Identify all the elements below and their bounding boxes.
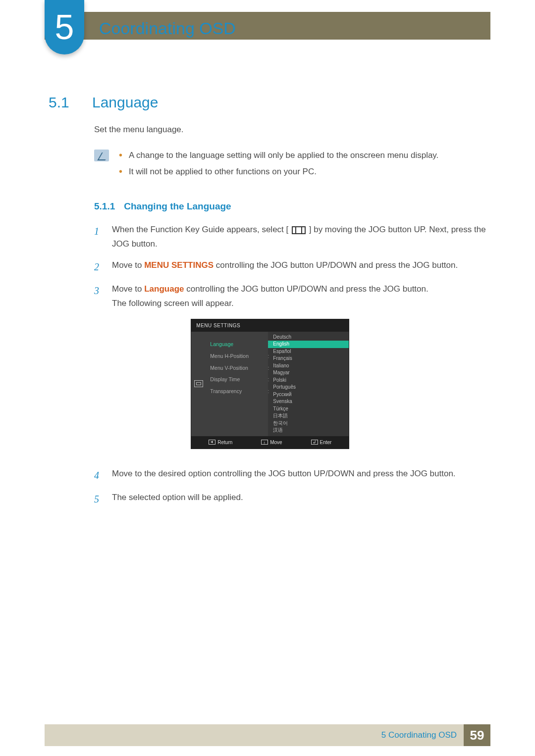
osd-menu-label: Transparency [210,388,242,394]
osd-screenshot: MENU SETTINGS Language: Menu H-Position:… [191,319,349,449]
osd-footer-label: Enter [320,438,332,447]
page-footer: 5 Coordinating OSD 59 [45,724,490,746]
osd-language-option: Français [268,355,349,362]
osd-language-option-selected: English [268,341,349,348]
subsection-heading: 5.1.1 Changing the Language [94,201,486,212]
step-text: controlling the JOG button UP/DOWN and p… [214,260,458,270]
osd-language-option: Svenska [268,398,349,405]
step-body: When the Function Key Guide appears, sel… [112,223,486,252]
footer-chapter-label: 5 Coordinating OSD [381,730,457,740]
osd-language-option: Português [268,384,349,391]
note-icon [94,150,109,161]
step-number: 3 [94,282,102,460]
step-5: 5 The selected option will be applied. [94,491,486,507]
osd-language-option: Español [268,348,349,355]
osd-language-option: Deutsch [268,334,349,341]
osd-menu-item: Menu H-Position: [210,351,265,362]
subsection-title: Changing the Language [124,201,231,212]
note-block: A change to the language setting will on… [94,149,486,181]
highlight-menu-settings: MENU SETTINGS [144,260,214,270]
step-body: Move to Language controlling the JOG but… [112,282,428,460]
chapter-title: Coordinating OSD [99,19,236,38]
osd-menu-list: Language: Menu H-Position: Menu V-Positi… [210,339,265,398]
osd-language-option: Polski [268,377,349,384]
section-intro: Set the menu language. [94,125,486,135]
chapter-number: 5 [55,7,74,47]
page-content: 5.1 Language Set the menu language. A ch… [49,94,486,514]
osd-left-panel: Language: Menu H-Position: Menu V-Positi… [191,332,268,436]
step-1: 1 When the Function Key Guide appears, s… [94,223,486,252]
osd-language-option: Magyar [268,369,349,377]
step-body: The selected option will be applied. [112,491,243,507]
osd-language-list: Deutsch English Español Français Italian… [268,334,349,434]
osd-language-option: 日本語 [268,412,349,420]
osd-menu-label: Menu H-Position [210,353,249,359]
osd-language-option: 汉语 [268,427,349,434]
enter-icon [311,440,318,445]
osd-menu-item: Language: [210,339,265,351]
note-item: A change to the language setting will on… [119,149,438,162]
note-list: A change to the language setting will on… [119,149,438,181]
osd-menu-item: Menu V-Position: [210,362,265,374]
osd-footer: Return Move Enter [191,436,349,449]
section-heading: 5.1 Language [49,94,486,111]
osd-language-option: Русский [268,391,349,399]
osd-footer-enter: Enter [311,438,332,447]
move-icon [261,440,268,445]
steps-list: 1 When the Function Key Guide appears, s… [94,223,486,507]
footer-page-number: 59 [464,724,490,746]
step-number: 4 [94,467,102,484]
osd-language-option: Türkçe [268,405,349,413]
return-icon [209,440,215,445]
note-item: It will not be applied to other function… [119,165,438,178]
screen-icon [194,380,203,387]
osd-menu-item: Transparency: [210,386,265,398]
osd-header: MENU SETTINGS [191,319,349,332]
step-3: 3 Move to Language controlling the JOG b… [94,282,486,460]
chapter-badge: 5 [45,0,84,54]
step-2: 2 Move to MENU SETTINGS controlling the … [94,258,486,275]
step-number: 5 [94,491,102,507]
section-title: Language [92,94,158,111]
osd-footer-move: Move [261,438,282,447]
step-4: 4 Move to the desired option controlling… [94,467,486,484]
section-number: 5.1 [49,94,78,111]
osd-category-icon [194,380,204,387]
osd-menu-label: Menu V-Position [210,365,248,371]
step-text: controlling the JOG button UP/DOWN and p… [184,284,428,294]
osd-language-option: Italiano [268,362,349,370]
osd-footer-label: Move [270,438,282,447]
osd-right-panel: Deutsch English Español Français Italian… [268,332,349,436]
osd-language-option: 한국어 [268,420,349,427]
step-text: Move to [112,260,144,270]
highlight-language: Language [144,284,184,294]
osd-menu-item: Display Time: [210,374,265,386]
osd-menu-label: Language [210,341,233,347]
step-text: When the Function Key Guide appears, sel… [112,225,288,234]
step-body: Move to the desired option controlling t… [112,467,456,484]
step-text: Move to [112,284,144,294]
step-body: Move to MENU SETTINGS controlling the JO… [112,258,458,275]
menu-icon [292,226,306,234]
subsection-number: 5.1.1 [94,201,115,212]
step-number: 2 [94,258,102,275]
step-number: 1 [94,223,102,252]
osd-footer-return: Return [209,438,232,447]
step-text: The following screen will appear. [112,299,234,308]
osd-body: Language: Menu H-Position: Menu V-Positi… [191,332,349,436]
osd-menu-label: Display Time [210,376,240,382]
osd-footer-label: Return [217,438,232,447]
